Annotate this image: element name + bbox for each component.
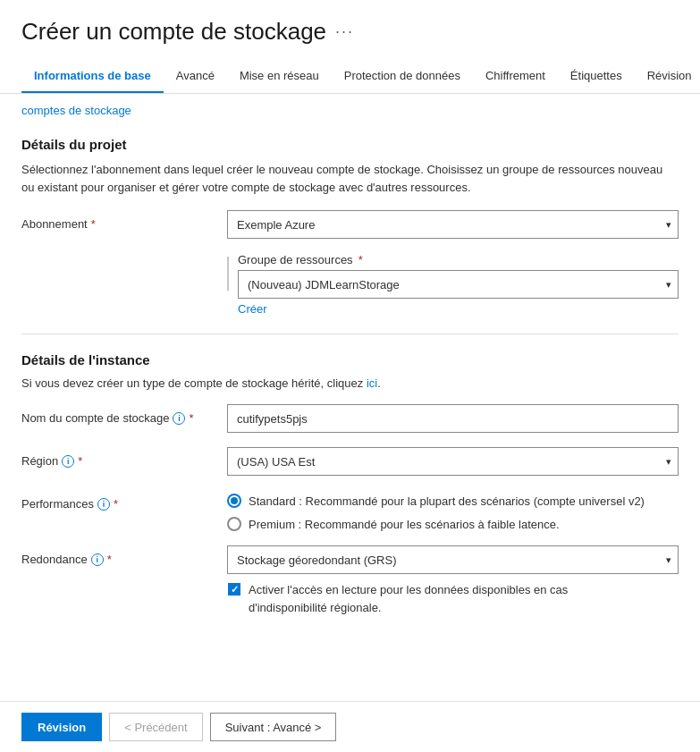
radio-standard-label: Standard : Recommandé pour la plupart de… — [249, 494, 645, 508]
redondance-label: Redondance i * — [21, 545, 227, 566]
region-dropdown[interactable]: (USA) USA Est — [227, 447, 679, 476]
main-content: Détails du projet Sélectionnez l'abonnem… — [0, 123, 700, 720]
checkbox-label: Activer l'accès en lecture pour les donn… — [249, 581, 642, 616]
instance-desc: Si vous devez créer un type de compte de… — [21, 376, 679, 390]
redondance-required: * — [107, 553, 112, 566]
abonnement-input-area: Exemple Azure ▾ — [227, 210, 679, 239]
region-required: * — [78, 454, 82, 468]
tab-informations-de-base[interactable]: Informations de base — [21, 60, 164, 93]
tab-avance[interactable]: Avancé — [164, 60, 227, 93]
radio-standard-dot — [231, 497, 238, 504]
tabs-bar: Informations de base Avancé Mise en rése… — [0, 60, 700, 94]
tab-etiquettes[interactable]: Étiquettes — [558, 60, 635, 93]
nom-info-icon[interactable]: i — [173, 412, 185, 425]
abonnement-dropdown[interactable]: Exemple Azure — [227, 210, 679, 239]
nom-label: Nom du compte de stockage i * — [21, 404, 227, 425]
region-row: Région i * (USA) USA Est ▾ — [21, 447, 679, 476]
tab-revision[interactable]: Révision — [635, 60, 700, 93]
redondance-dropdown-wrapper: Stockage géoredondant (GRS) ▾ — [227, 545, 679, 574]
radio-premium-label: Premium : Recommandé pour les scénarios … — [249, 518, 560, 531]
groupe-ressources-dropdown-wrapper: (Nouveau) JDMLearnStorage ▾ — [238, 270, 679, 299]
performances-radio-group: Standard : Recommandé pour la plupart de… — [227, 490, 679, 531]
abonnement-required: * — [91, 217, 96, 231]
nom-input-area — [227, 404, 679, 433]
page-header: Créer un compte de stockage ··· — [0, 0, 700, 46]
breadcrumb-link[interactable]: comptes de stockage — [21, 104, 131, 117]
performances-info-icon[interactable]: i — [97, 498, 110, 511]
groupe-ressources-row: Groupe de ressources * (Nouveau) JDMLear… — [21, 253, 679, 316]
redondance-dropdown[interactable]: Stockage géoredondant (GRS) — [227, 545, 679, 574]
region-input-area: (USA) USA Est ▾ — [227, 447, 679, 476]
nom-row: Nom du compte de stockage i * — [21, 404, 679, 433]
performances-required: * — [114, 497, 118, 511]
abonnement-dropdown-wrapper: Exemple Azure ▾ — [227, 210, 679, 239]
region-dropdown-wrapper: (USA) USA Est ▾ — [227, 447, 679, 476]
groupe-ressources-label: Groupe de ressources — [238, 253, 353, 266]
performances-input-area: Standard : Recommandé pour la plupart de… — [227, 490, 679, 531]
redondance-row: Redondance i * Stockage géoredondant (GR… — [21, 545, 679, 616]
instance-link[interactable]: ici — [367, 376, 377, 390]
radio-premium-circle — [227, 517, 241, 531]
radio-premium[interactable]: Premium : Recommandé pour les scénarios … — [227, 517, 679, 531]
checkbox-check-icon: ✓ — [231, 585, 239, 595]
tab-protection-de-donnees[interactable]: Protection de données — [332, 60, 473, 93]
nom-required: * — [189, 411, 193, 425]
groupe-ressources-label-spacer — [21, 253, 227, 260]
radio-standard[interactable]: Standard : Recommandé pour la plupart de… — [227, 494, 679, 508]
tab-mise-en-reseau[interactable]: Mise en réseau — [227, 60, 332, 93]
nom-input[interactable] — [227, 404, 679, 433]
radio-standard-circle — [227, 494, 241, 508]
performances-label: Performances i * — [21, 490, 227, 511]
revision-button[interactable]: Révision — [21, 713, 102, 741]
groupe-ressources-input-container: Groupe de ressources * (Nouveau) JDMLear… — [238, 253, 679, 316]
section-projet-desc: Sélectionnez l'abonnement dans lequel cr… — [21, 161, 679, 196]
redondance-info-icon[interactable]: i — [91, 553, 104, 566]
more-options-button[interactable]: ··· — [335, 22, 354, 41]
checkbox-row: ✓ Activer l'accès en lecture pour les do… — [227, 581, 679, 616]
groupe-ressources-area: Groupe de ressources * (Nouveau) JDMLear… — [227, 253, 679, 316]
redondance-input-area: Stockage géoredondant (GRS) ▾ ✓ Activer … — [227, 545, 679, 616]
groupe-ressources-dropdown[interactable]: (Nouveau) JDMLearnStorage — [238, 270, 679, 299]
region-label: Région i * — [21, 447, 227, 468]
performances-row: Performances i * Standard : Recommandé p… — [21, 490, 679, 531]
creer-link[interactable]: Créer — [238, 302, 267, 316]
page-title: Créer un compte de stockage — [21, 18, 326, 46]
abonnement-row: Abonnement * Exemple Azure ▾ — [21, 210, 679, 239]
abonnement-label: Abonnement * — [21, 210, 227, 231]
section-divider-1 — [21, 334, 679, 334]
region-info-icon[interactable]: i — [62, 455, 74, 468]
tab-chiffrement[interactable]: Chiffrement — [473, 60, 558, 93]
section-projet-title: Détails du projet — [21, 137, 679, 152]
suivant-button[interactable]: Suivant : Avancé > — [210, 713, 337, 741]
section-instance-title: Détails de l'instance — [21, 352, 679, 368]
indent-line — [227, 257, 229, 291]
footer-bar: Révision < Précédent Suivant : Avancé > — [0, 701, 700, 752]
precedent-button[interactable]: < Précédent — [109, 713, 202, 741]
breadcrumb: comptes de stockage — [0, 94, 700, 123]
groupe-ressources-required: * — [358, 253, 363, 266]
checkbox-lecture[interactable]: ✓ — [227, 582, 241, 596]
